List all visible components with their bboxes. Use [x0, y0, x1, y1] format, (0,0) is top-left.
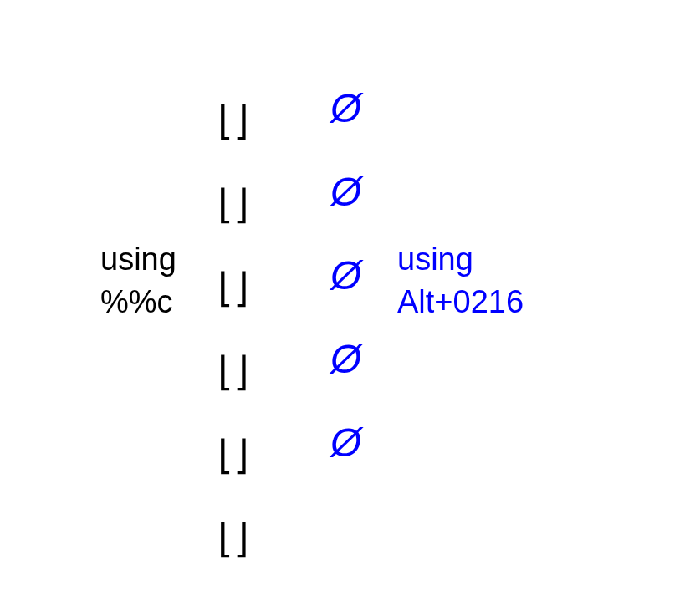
glyph-box: ⌊⌋ — [217, 330, 249, 414]
glyph-oslash: Ø — [330, 401, 361, 485]
glyph-box: ⌊⌋ — [217, 79, 249, 163]
glyph-box: ⌊⌋ — [217, 163, 249, 247]
glyph-oslash: Ø — [330, 234, 361, 318]
glyph-box: ⌊⌋ — [217, 247, 249, 330]
glyph-box: ⌊⌋ — [217, 497, 249, 581]
glyph-box: ⌊⌋ — [217, 414, 249, 497]
right-annotation-line2: Alt+0216 — [397, 284, 524, 319]
left-annotation-line1: using — [100, 242, 176, 277]
column-percent-c: ⌊⌋ ⌊⌋ ⌊⌋ ⌊⌋ ⌊⌋ ⌊⌋ — [217, 79, 249, 581]
column-alt-0216: Ø Ø Ø Ø Ø — [330, 67, 361, 485]
right-annotation: using Alt+0216 — [397, 238, 524, 324]
glyph-oslash: Ø — [330, 318, 361, 401]
right-annotation-line1: using — [397, 242, 473, 277]
glyph-oslash: Ø — [330, 150, 361, 234]
left-annotation: using %%c — [100, 238, 176, 324]
left-annotation-line2: %%c — [100, 284, 173, 319]
glyph-oslash: Ø — [330, 67, 361, 150]
